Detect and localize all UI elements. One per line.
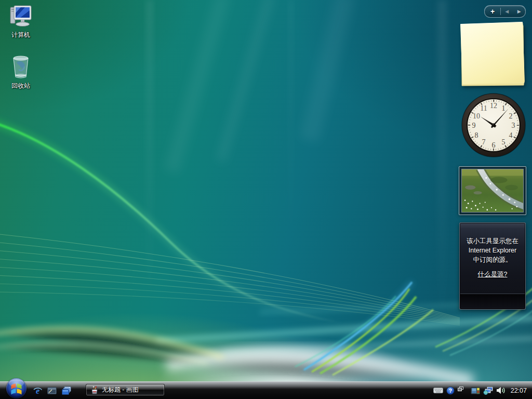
- taskbar: e: [0, 381, 532, 399]
- paint-window-button[interactable]: 无标题 - 画图: [86, 384, 165, 396]
- clock-gadget[interactable]: 1 2 3 4 5 6 7 8 9 10 11 12: [460, 92, 527, 158]
- network-tray-icon[interactable]: [483, 387, 493, 395]
- previous-page-button[interactable]: ◀: [501, 6, 513, 17]
- svg-text:6: 6: [492, 141, 496, 149]
- chevron-down-icon: ▼: [459, 392, 462, 394]
- svg-text:3: 3: [512, 122, 515, 129]
- language-bar-options[interactable]: ▼: [458, 387, 463, 394]
- start-orb-shine: [9, 379, 24, 387]
- svg-text:?: ?: [449, 387, 452, 393]
- desktop: 计算机 回收站 + ◀ ▶: [0, 0, 532, 399]
- add-gadgets-button[interactable]: +: [485, 6, 500, 17]
- desktop-icon-label: 回收站: [11, 82, 30, 89]
- paint-icon: [90, 386, 99, 394]
- svg-text:e: e: [35, 386, 39, 395]
- desktop-icon-label: 计算机: [11, 31, 30, 38]
- show-desktop-icon: [47, 387, 57, 394]
- show-desktop-button[interactable]: [47, 385, 57, 396]
- window-button-label: 无标题 - 画图: [102, 385, 139, 394]
- analog-clock-icon: 1 2 3 4 5 6 7 8 9 10 11 12: [460, 92, 527, 158]
- quick-launch-bar: e: [32, 385, 72, 396]
- svg-text:5: 5: [502, 138, 506, 146]
- whats-a-feed-link[interactable]: 什么是源?: [478, 271, 508, 278]
- switch-windows-button[interactable]: [61, 385, 72, 396]
- sidebar-gadget-controls: + ◀ ▶: [484, 5, 526, 18]
- next-page-button[interactable]: ▶: [513, 6, 526, 17]
- recycle-bin-icon: [9, 54, 32, 79]
- feeds-gadget-footer: [460, 294, 525, 309]
- svg-text:8: 8: [475, 131, 478, 139]
- sidebar-gadgets-tray-icon[interactable]: [471, 387, 480, 395]
- start-button[interactable]: [6, 378, 26, 398]
- svg-text:4: 4: [509, 131, 512, 139]
- notes-gadget[interactable]: [461, 23, 524, 83]
- slideshow-photo: [462, 169, 523, 212]
- sticky-note[interactable]: [460, 22, 525, 84]
- desktop-icon-recycle-bin[interactable]: 回收站: [1, 54, 41, 90]
- taskbar-clock[interactable]: 22:07: [511, 387, 527, 394]
- desktop-icon-computer[interactable]: 计算机: [1, 4, 41, 39]
- ime-keyboard-icon[interactable]: [433, 387, 443, 394]
- ime-help-icon[interactable]: ?: [446, 387, 455, 395]
- wallpaper: [0, 0, 532, 399]
- svg-text:2: 2: [509, 112, 512, 120]
- svg-text:7: 7: [482, 138, 486, 146]
- volume-tray-icon[interactable]: [496, 387, 506, 394]
- feeds-gadget[interactable]: 该小工具显示您在 Internet Explorer 中订阅的源。 什么是源?: [459, 222, 526, 310]
- svg-text:9: 9: [472, 122, 476, 129]
- language-bar-restore-icon: [458, 387, 463, 391]
- system-tray: ? ▼: [433, 382, 529, 399]
- internet-explorer-icon: e: [33, 386, 43, 396]
- feeds-description: 该小工具显示您在 Internet Explorer 中订阅的源。: [460, 223, 525, 264]
- computer-icon: [7, 4, 34, 28]
- switch-windows-icon: [62, 387, 71, 395]
- svg-text:1: 1: [502, 104, 506, 112]
- internet-explorer-quick-launch-button[interactable]: e: [32, 385, 43, 396]
- slideshow-gadget[interactable]: [459, 166, 526, 215]
